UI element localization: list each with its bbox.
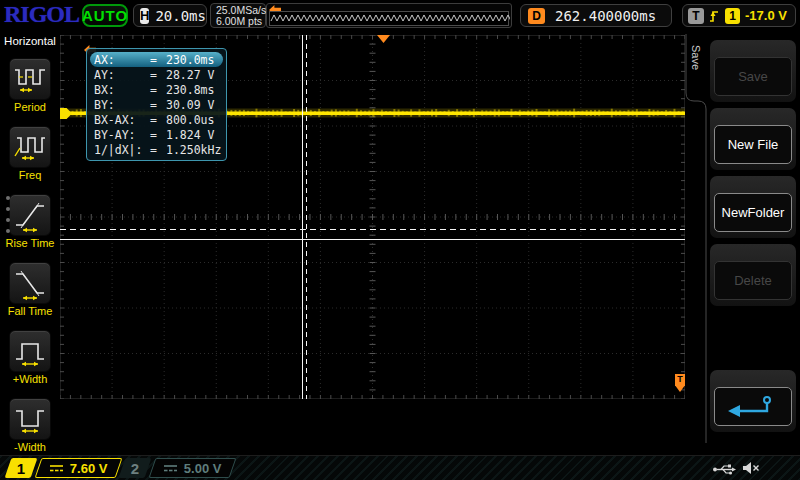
- delay-value: 262.400000ms: [555, 8, 656, 24]
- scope-graticule: T AX:=230.0ms AY:=28.27 V BX:=230.8ms BY…: [60, 35, 685, 399]
- sample-rate: 25.0MSa/s: [216, 5, 266, 16]
- trigger-slope-icon: [709, 9, 720, 23]
- oscilloscope-screen: { "top_bar": { "logo": "RIGOL", "run_sta…: [0, 0, 800, 480]
- new-file-button[interactable]: New File: [710, 108, 796, 170]
- trigger-box[interactable]: T 1 -17.0 V: [682, 4, 796, 27]
- delay-box[interactable]: D 262.400000ms: [520, 4, 672, 27]
- horizontal-badge: H: [140, 8, 149, 24]
- cursor-row-bx-ax: BX-AX:=800.0us: [90, 112, 223, 127]
- right-menu: Save Save New File NewFolder Delete: [685, 31, 800, 455]
- status-bar: 1 7.60 V 2: [0, 455, 800, 480]
- scroll-indicator-dot: [6, 218, 10, 222]
- run-status-badge[interactable]: AUTO: [82, 4, 128, 27]
- cursor-b-vertical-line: [306, 35, 307, 399]
- channel2-badge[interactable]: 2 5.00 V: [119, 458, 236, 478]
- scroll-indicator-dot: [6, 196, 10, 200]
- save-button[interactable]: Save: [710, 40, 796, 102]
- cursor-readout-panel: AX:=230.0ms AY:=28.27 V BX:=230.8ms BY:=…: [86, 48, 227, 161]
- measure-item-plus-width[interactable]: +Width: [0, 330, 60, 385]
- menu-tab-label: Save: [690, 45, 702, 70]
- measure-item-period[interactable]: Period: [0, 58, 60, 113]
- left-menu-title: Horizontal: [0, 35, 60, 47]
- period-icon: [9, 58, 51, 100]
- run-status-label: AUTO: [82, 7, 128, 24]
- fall-time-icon: [9, 262, 51, 304]
- trigger-badge: T: [688, 8, 704, 24]
- scroll-indicator-dot: [6, 229, 10, 233]
- scroll-indicator-dot: [6, 207, 10, 211]
- cursor-row-by: BY:=30.09 V: [90, 97, 223, 112]
- channel1-number: 1: [5, 458, 38, 478]
- return-arrow-icon: [714, 387, 792, 426]
- new-folder-button[interactable]: NewFolder: [710, 176, 796, 238]
- measure-item-label: Fall Time: [0, 305, 60, 317]
- delay-badge: D: [528, 8, 545, 24]
- measure-item-label: +Width: [0, 373, 60, 385]
- cursor-row-inv-dx: 1/|dX|:=1.250kHz: [90, 142, 223, 157]
- cursor-row-by-ay: BY-AY:=1.824 V: [90, 127, 223, 142]
- preview-strip: [269, 11, 509, 26]
- trigger-level-value: -17.0 V: [745, 8, 787, 23]
- usb-icon: [712, 462, 736, 480]
- cursor-row-ay: AY:=28.27 V: [90, 67, 223, 82]
- cursor-row-bx: BX:=230.8ms: [90, 82, 223, 97]
- measure-item-fall-time[interactable]: Fall Time: [0, 262, 60, 317]
- plus-width-icon: [9, 330, 51, 372]
- timebase-value: 20.0ms: [155, 8, 206, 24]
- channel2-scale: 5.00 V: [184, 461, 222, 476]
- cursor-a-vertical-line: [302, 35, 303, 399]
- measure-item-label: Freq: [0, 169, 60, 181]
- freq-icon: [9, 126, 51, 168]
- top-bar: RIGOL AUTO H 20.0ms 25.0MSa/s 6.00M pts …: [0, 0, 800, 31]
- timebase-box[interactable]: H 20.0ms: [133, 4, 207, 27]
- acquisition-info: 25.0MSa/s 6.00M pts: [210, 3, 266, 28]
- channel1-badge[interactable]: 1 7.60 V: [5, 458, 122, 478]
- rise-time-icon: [9, 194, 51, 236]
- channel1-scale: 7.60 V: [70, 461, 108, 476]
- dc-coupling-icon: [49, 463, 64, 473]
- measurement-strip: Period 1 Cur:***** Avg:***** Max:***** M…: [0, 398, 685, 454]
- return-button[interactable]: [710, 370, 796, 432]
- measure-item-label: Rise Time: [0, 237, 60, 249]
- memory-depth: 6.00M pts: [216, 16, 262, 27]
- cursor-a-horizontal-line: [60, 239, 685, 240]
- speaker-muted-icon: [742, 461, 760, 479]
- channel2-number: 2: [119, 458, 152, 478]
- measure-item-label: Period: [0, 101, 60, 113]
- delete-button[interactable]: Delete: [710, 244, 796, 306]
- cursor-b-horizontal-line: [60, 229, 685, 230]
- cursor-row-ax: AX:=230.0ms: [90, 52, 223, 67]
- measure-item-freq[interactable]: Freq: [0, 126, 60, 181]
- waveform-preview[interactable]: [266, 3, 512, 28]
- trigger-source-badge: 1: [725, 8, 740, 24]
- dc-coupling-icon: [163, 463, 178, 473]
- rigol-logo: RIGOL: [4, 1, 79, 28]
